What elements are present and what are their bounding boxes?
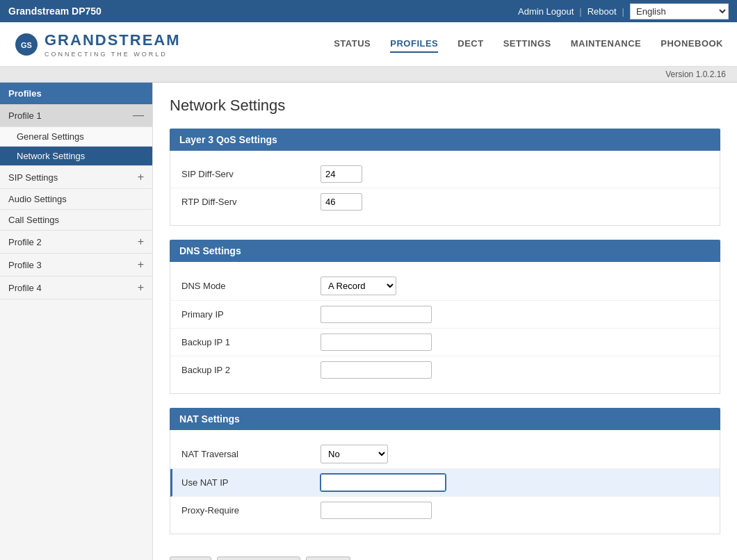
backup-ip1-row: Backup IP 1 — [170, 329, 720, 356]
backup-ip1-label: Backup IP 1 — [181, 337, 321, 347]
svg-text:GS: GS — [21, 41, 32, 49]
header: GS GRANDSTREAM CONNECTING THE WORLD STAT… — [0, 22, 737, 67]
sip-diff-serv-row: SIP Diff-Serv — [170, 160, 720, 188]
topbar-right: Admin Logout | Reboot | English Simplifi… — [518, 3, 729, 19]
reboot-link[interactable]: Reboot — [588, 6, 617, 17]
nav-maintenance[interactable]: MAINTENANCE — [571, 35, 642, 53]
button-row: Save Save and Apply Reset — [170, 548, 720, 560]
save-apply-button[interactable]: Save and Apply — [217, 557, 300, 560]
proxy-require-input[interactable] — [321, 502, 432, 519]
sidebar-item-profile3[interactable]: Profile 3 + — [0, 254, 152, 277]
sidebar-profile3-label: Profile 3 — [8, 260, 42, 270]
dns-section: DNS Settings DNS Mode A Record SRV NAPTR… — [170, 240, 720, 394]
sip-diff-serv-input-wrap — [321, 165, 362, 183]
expand-icon-profile4: + — [138, 281, 144, 294]
language-select[interactable]: English Simplified Chinese Traditional C… — [630, 3, 729, 19]
sidebar-call-label: Call Settings — [8, 215, 59, 225]
collapse-icon: — — [133, 109, 144, 122]
primary-ip-label: Primary IP — [181, 309, 321, 320]
sidebar-item-sip[interactable]: SIP Settings + — [0, 166, 152, 189]
backup-ip2-row: Backup IP 2 — [170, 356, 720, 384]
layer3-qos-header: Layer 3 QoS Settings — [170, 129, 720, 151]
topbar-title: Grandstream DP750 — [8, 6, 102, 17]
use-nat-ip-input-wrap — [321, 474, 446, 491]
layer3-qos-body: SIP Diff-Serv RTP Diff-Serv — [170, 151, 720, 226]
expand-icon-sip: + — [138, 171, 144, 183]
rtp-diff-serv-label: RTP Diff-Serv — [181, 197, 321, 207]
nav-settings[interactable]: SETTINGS — [503, 35, 551, 53]
nat-traversal-row: NAT Traversal No STUN Keep-Alive UPnP Au… — [170, 440, 720, 469]
rtp-diff-serv-input[interactable] — [321, 193, 362, 211]
primary-ip-input[interactable] — [321, 306, 432, 323]
nav-profiles[interactable]: PROFILES — [390, 35, 438, 53]
sidebar-subitem-general[interactable]: General Settings — [0, 127, 152, 147]
rtp-diff-serv-input-wrap — [321, 193, 362, 211]
sidebar-profile4-label: Profile 4 — [8, 283, 42, 293]
sip-diff-serv-label: SIP Diff-Serv — [181, 169, 321, 179]
main-nav: STATUS PROFILES DECT SETTINGS MAINTENANC… — [334, 35, 723, 53]
expand-icon-profile3: + — [138, 258, 144, 271]
logo-svg: GS — [14, 32, 39, 57]
sidebar-item-audio[interactable]: Audio Settings — [0, 189, 152, 210]
sidebar-item-profile4[interactable]: Profile 4 + — [0, 277, 152, 299]
sidebar: Profiles Profile 1 — General Settings Ne… — [0, 83, 153, 560]
sidebar-sip-label: SIP Settings — [8, 172, 58, 183]
main: Profiles Profile 1 — General Settings Ne… — [0, 83, 737, 560]
topbar: Grandstream DP750 Admin Logout | Reboot … — [0, 0, 737, 22]
primary-ip-input-wrap — [321, 306, 432, 323]
use-nat-ip-label: Use NAT IP — [181, 477, 321, 488]
logo: GS GRANDSTREAM CONNECTING THE WORLD — [14, 31, 181, 58]
separator2: | — [622, 6, 624, 17]
sidebar-section-header: Profiles — [0, 83, 152, 104]
use-nat-ip-row: Use NAT IP — [170, 469, 720, 497]
page-title: Network Settings — [170, 97, 720, 115]
sip-diff-serv-input[interactable] — [321, 165, 362, 183]
nav-status[interactable]: STATUS — [334, 35, 371, 53]
sidebar-profile2-label: Profile 2 — [8, 237, 42, 247]
nat-traversal-input-wrap: No STUN Keep-Alive UPnP Auto — [321, 445, 388, 463]
dns-mode-row: DNS Mode A Record SRV NAPTR/SRV — [170, 272, 720, 301]
version-text: Version 1.0.2.16 — [665, 69, 726, 79]
logo-text: GRANDSTREAM — [44, 31, 181, 49]
nav-dect[interactable]: DECT — [457, 35, 483, 53]
nat-body: NAT Traversal No STUN Keep-Alive UPnP Au… — [170, 430, 720, 534]
proxy-require-label: Proxy-Require — [181, 505, 321, 516]
dns-body: DNS Mode A Record SRV NAPTR/SRV Primary … — [170, 262, 720, 394]
sidebar-subitem-network[interactable]: Network Settings — [0, 147, 152, 166]
primary-ip-row: Primary IP — [170, 301, 720, 329]
backup-ip1-input[interactable] — [321, 333, 432, 351]
proxy-require-row: Proxy-Require — [170, 497, 720, 524]
reset-button[interactable]: Reset — [306, 557, 350, 560]
rtp-diff-serv-row: RTP Diff-Serv — [170, 188, 720, 215]
nat-section: NAT Settings NAT Traversal No STUN Keep-… — [170, 408, 720, 534]
nat-header: NAT Settings — [170, 408, 720, 430]
proxy-require-input-wrap — [321, 502, 432, 519]
version-bar: Version 1.0.2.16 — [0, 67, 737, 83]
admin-logout-link[interactable]: Admin Logout — [518, 6, 574, 17]
logo-sub: CONNECTING THE WORLD — [44, 51, 181, 58]
backup-ip2-input-wrap — [321, 361, 432, 379]
expand-icon-profile2: + — [138, 236, 144, 248]
nat-traversal-select[interactable]: No STUN Keep-Alive UPnP Auto — [321, 445, 388, 463]
separator: | — [579, 6, 581, 17]
sidebar-item-call[interactable]: Call Settings — [0, 210, 152, 231]
sidebar-audio-label: Audio Settings — [8, 194, 67, 204]
use-nat-ip-input[interactable] — [321, 474, 446, 491]
dns-header: DNS Settings — [170, 240, 720, 262]
content: Network Settings Layer 3 QoS Settings SI… — [153, 83, 737, 560]
backup-ip1-input-wrap — [321, 333, 432, 351]
dns-mode-label: DNS Mode — [181, 281, 321, 291]
sidebar-item-profile1[interactable]: Profile 1 — — [0, 104, 152, 127]
nat-traversal-label: NAT Traversal — [181, 449, 321, 459]
sidebar-profile1-label: Profile 1 — [8, 110, 42, 121]
nav-phonebook[interactable]: PHONEBOOK — [661, 35, 723, 53]
backup-ip2-input[interactable] — [321, 361, 432, 379]
dns-mode-select[interactable]: A Record SRV NAPTR/SRV — [321, 277, 396, 295]
layer3-qos-section: Layer 3 QoS Settings SIP Diff-Serv RTP D… — [170, 129, 720, 226]
sidebar-item-profile2[interactable]: Profile 2 + — [0, 231, 152, 254]
save-button[interactable]: Save — [170, 557, 211, 560]
backup-ip2-label: Backup IP 2 — [181, 365, 321, 375]
dns-mode-input-wrap: A Record SRV NAPTR/SRV — [321, 277, 396, 295]
